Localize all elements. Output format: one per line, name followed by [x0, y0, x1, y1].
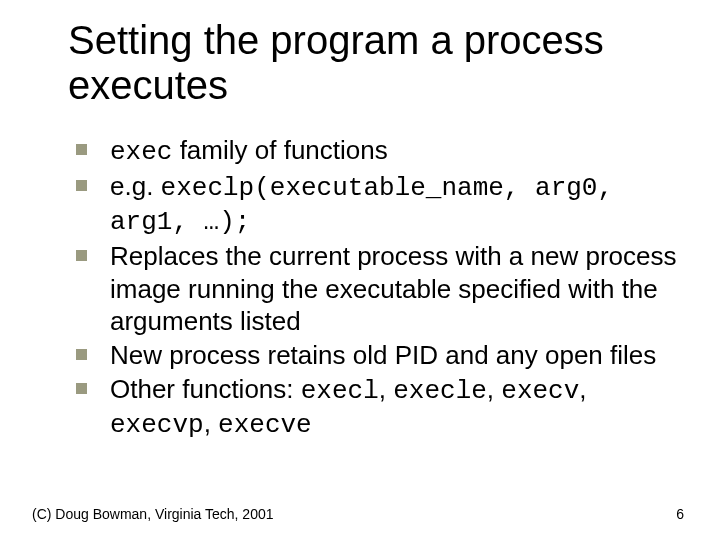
- slide-title: Setting the program a process executes: [68, 18, 680, 108]
- code-text: execv: [501, 376, 579, 406]
- bullet-item: New process retains old PID and any open…: [68, 339, 680, 371]
- code-text: execlp(executable_name, arg0, arg1, …);: [110, 173, 613, 237]
- code-text: execle: [393, 376, 487, 406]
- body-text: Replaces the current process with a new …: [110, 241, 677, 335]
- separator: ,: [379, 374, 393, 404]
- copyright-text: (C) Doug Bowman, Virginia Tech, 2001: [32, 506, 274, 522]
- code-text: execl: [301, 376, 379, 406]
- separator: ,: [487, 374, 501, 404]
- slide: Setting the program a process executes e…: [0, 0, 720, 540]
- body-text: Other functions:: [110, 374, 301, 404]
- bullet-item: Other functions: execl, execle, execv, e…: [68, 373, 680, 441]
- body-text: e.g.: [110, 171, 161, 201]
- page-number: 6: [676, 506, 684, 522]
- body-text: New process retains old PID and any open…: [110, 340, 656, 370]
- code-text: execvp: [110, 410, 204, 440]
- bullet-item: Replaces the current process with a new …: [68, 240, 680, 337]
- separator: ,: [579, 374, 586, 404]
- footer: (C) Doug Bowman, Virginia Tech, 2001 6: [32, 506, 684, 522]
- bullet-item: exec family of functions: [68, 134, 680, 168]
- code-text: execve: [218, 410, 312, 440]
- code-text: exec: [110, 137, 172, 167]
- bullet-list: exec family of functions e.g. execlp(exe…: [68, 134, 680, 442]
- separator: ,: [204, 408, 218, 438]
- bullet-item: e.g. execlp(executable_name, arg0, arg1,…: [68, 170, 680, 238]
- body-text: family of functions: [172, 135, 387, 165]
